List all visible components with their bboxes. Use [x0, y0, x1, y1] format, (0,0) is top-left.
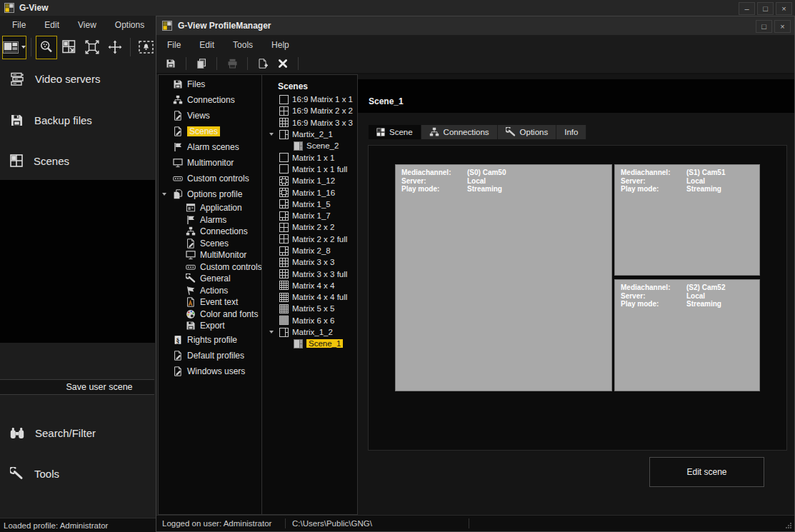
expand-arrow-icon[interactable]: [269, 133, 274, 136]
scene-item-matrix-4-x-4-full[interactable]: Matrix 4 x 4 full: [262, 291, 357, 303]
scene-item-16-9-matrix-2-x-2[interactable]: 16:9 Matrix 2 x 2: [262, 105, 357, 116]
scene-item-label: Matrix 2 x 2: [292, 223, 334, 231]
scene-item-matrix-3-x-3[interactable]: Matrix 3 x 3: [262, 256, 357, 268]
scene-item-matrix-2-x-2-full[interactable]: Matrix 2 x 2 full: [262, 234, 357, 245]
preview-cell-s1-cam51[interactable]: Mediachannel:(S1) Cam51Server:LocalPlay …: [614, 164, 760, 276]
menu-edit[interactable]: Edit: [35, 20, 69, 30]
tab-scene[interactable]: Scene: [369, 125, 421, 139]
grid-swap-button[interactable]: [59, 36, 80, 59]
mediachannel-value: (S2) Cam52: [686, 283, 725, 292]
nav-item-custom-controls[interactable]: Custom controls: [159, 261, 261, 273]
pm-menubar: FileEditToolsHelp: [156, 35, 795, 54]
nav-item-multimonitor[interactable]: Multimonitor: [159, 155, 261, 171]
scene-item-matrix-6-x-6[interactable]: Matrix 6 x 6: [262, 315, 357, 326]
scene-item-scene-1[interactable]: Scene_1: [262, 338, 357, 349]
scene-item-matrix-1-x-1[interactable]: Matrix 1 x 1: [262, 151, 357, 163]
preview-cell-s0-cam50[interactable]: Mediachannel:(S0) Cam50Server:LocalPlay …: [395, 164, 612, 391]
menu-options[interactable]: Options: [106, 20, 154, 30]
scene-item-16-9-matrix-3-x-3[interactable]: 16:9 Matrix 3 x 3: [262, 117, 357, 129]
tab-options[interactable]: Options: [498, 125, 557, 139]
scene-item-matrix-1-x-1-full[interactable]: Matrix 1 x 1 full: [262, 164, 357, 175]
close-button[interactable]: ×: [776, 2, 792, 15]
scene-item-matrix-2-x-2[interactable]: Matrix 2 x 2: [262, 221, 357, 233]
sidebar-item-video-servers[interactable]: Video servers: [0, 69, 155, 89]
nav-item-scenes[interactable]: Scenes: [159, 124, 261, 139]
play-mode-value: Streaming: [686, 185, 721, 194]
nav-item-files[interactable]: Files: [159, 76, 261, 92]
nav-item-export[interactable]: Export: [159, 320, 261, 332]
sidebar-item-scenes[interactable]: Scenes: [0, 151, 155, 171]
minimize-button[interactable]: –: [739, 2, 755, 15]
mediachannel-label: Mediachannel:: [401, 169, 467, 177]
toolbar-separator: [247, 57, 248, 70]
move-tool-button[interactable]: [104, 36, 126, 59]
scene-item-matrix-3-x-3-full[interactable]: Matrix 3 x 3 full: [262, 268, 357, 279]
nav-item-connections[interactable]: Connections: [159, 226, 261, 238]
layout-select-button[interactable]: [2, 36, 26, 59]
nav-item-scenes[interactable]: Scenes: [159, 238, 261, 250]
sidebar-item-backup-files[interactable]: Backup files: [0, 110, 155, 130]
scene-item-matrix-1-2[interactable]: Matrix_1_2: [262, 326, 357, 338]
menu-file[interactable]: File: [3, 20, 35, 30]
tab-info[interactable]: Info: [556, 125, 586, 139]
expand-arrow-icon[interactable]: [269, 331, 274, 333]
add-profile-button[interactable]: [254, 55, 271, 72]
nav-item-color-and-fonts[interactable]: Color and fonts: [159, 308, 261, 321]
pm-titlebar[interactable]: G-View ProfileManager: [156, 16, 794, 35]
scene-item-scene-2[interactable]: Scene_2: [262, 140, 357, 151]
expand-arrow-icon[interactable]: [162, 193, 166, 196]
nav-item-default-profiles[interactable]: Default profiles: [159, 348, 261, 363]
save-button[interactable]: [162, 55, 179, 72]
nav-item-alarms[interactable]: Alarms: [159, 214, 261, 226]
scene-item-matrix-4-x-4[interactable]: Matrix 4 x 4: [262, 280, 357, 291]
menu-tools[interactable]: Tools: [224, 40, 262, 50]
nav-item-alarm-scenes[interactable]: Alarm scenes: [159, 139, 261, 155]
edit-scene-button[interactable]: Edit scene: [649, 457, 764, 487]
nav-item-event-text[interactable]: Event text: [159, 296, 261, 308]
nav-item-application[interactable]: Application: [159, 202, 261, 214]
nav-item-connections[interactable]: Connections: [159, 92, 261, 108]
preview-cell-s2-cam52[interactable]: Mediachannel:(S2) Cam52Server:LocalPlay …: [614, 279, 760, 391]
menu-edit[interactable]: Edit: [190, 40, 224, 50]
nav-item-windows-users[interactable]: Windows users: [159, 363, 261, 379]
tab-label: Options: [520, 128, 549, 136]
delete-profile-button[interactable]: [274, 55, 291, 72]
scene-item-matrix-1-16[interactable]: Matrix 1_16: [262, 186, 357, 198]
nav-item-label: Custom controls: [200, 262, 262, 272]
main-titlebar[interactable]: G-View: [0, 0, 795, 16]
pages-icon: [173, 189, 183, 199]
scene-item-matrix-1-12[interactable]: Matrix 1_12: [262, 175, 357, 186]
nav-item-rights-profile[interactable]: §Rights profile: [159, 332, 261, 348]
scene-item-16-9-matrix-1-x-1[interactable]: 16:9 Matrix 1 x 1: [262, 94, 357, 105]
scene-item-matrix-2-8[interactable]: Matrix 2_8: [262, 245, 357, 256]
menu-view[interactable]: View: [69, 20, 106, 30]
close-button[interactable]: ×: [774, 20, 791, 33]
nav-item-actions[interactable]: Actions: [159, 285, 261, 297]
nav-item-multimonitor[interactable]: MultiMonitor: [159, 249, 261, 261]
nav-item-general[interactable]: General: [159, 273, 261, 285]
maximize-button[interactable]: □: [756, 20, 772, 33]
copy-profile-button[interactable]: [193, 55, 210, 72]
scene-item-matrix-5-x-5[interactable]: Matrix 5 x 5: [262, 303, 357, 314]
save-user-scene-button[interactable]: Save user scene: [0, 379, 154, 395]
print-button[interactable]: [224, 55, 241, 72]
scene-item-matrix-1-7[interactable]: Matrix 1_7: [262, 210, 357, 221]
sidebar-item-search-filter[interactable]: Search/Filter: [0, 423, 155, 443]
server-label: Server:: [621, 177, 686, 186]
nav-item-custom-controls[interactable]: Custom controls: [159, 171, 261, 186]
alarm-selection-button[interactable]: [135, 36, 156, 59]
scene-item-matrix-1-5[interactable]: Matrix 1_5: [262, 199, 357, 210]
sidebar-item-tools[interactable]: Tools: [0, 463, 155, 483]
grid-expand-button[interactable]: [81, 36, 103, 59]
tab-connections[interactable]: Connections: [421, 125, 498, 139]
menu-file[interactable]: File: [158, 40, 190, 50]
nav-item-views[interactable]: Views: [159, 108, 261, 124]
scene-item-martix-2-1[interactable]: Martix_2_1: [262, 129, 357, 140]
menu-help[interactable]: Help: [262, 40, 299, 50]
save-user-scene-label: Save user scene: [66, 382, 132, 392]
zoom-tool-button[interactable]: [36, 36, 57, 59]
resize-grip[interactable]: [786, 523, 791, 528]
nav-item-options-profile[interactable]: Options profile: [159, 186, 261, 202]
scenes-panel-header: Scenes: [262, 79, 357, 94]
maximize-button[interactable]: □: [757, 2, 774, 15]
